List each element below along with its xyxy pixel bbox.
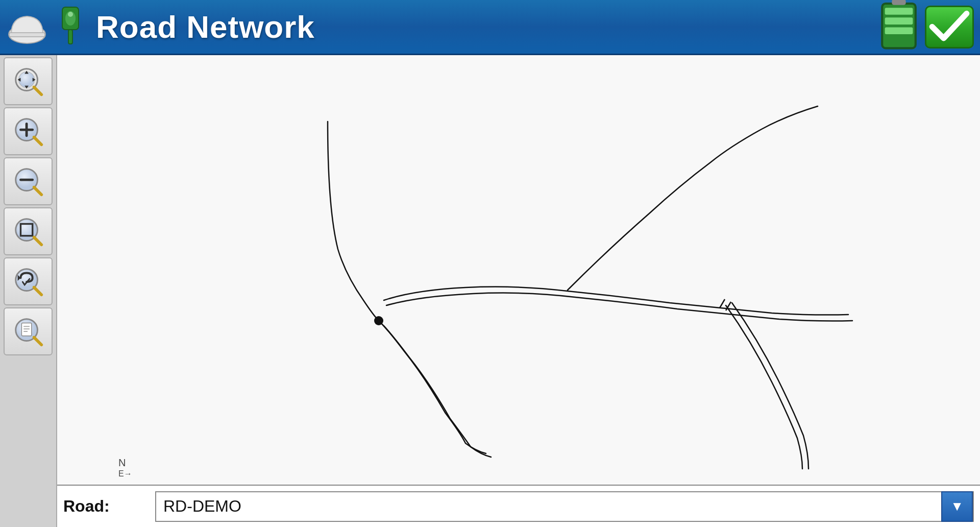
- svg-point-43: [374, 316, 383, 325]
- tool-icon: [52, 6, 89, 48]
- app-header: Road Network: [0, 0, 980, 55]
- svg-rect-8: [885, 8, 913, 15]
- svg-rect-10: [885, 28, 913, 35]
- svg-line-17: [35, 88, 42, 95]
- svg-point-35: [33, 286, 36, 289]
- map-canvas-area[interactable]: N E→: [57, 55, 980, 485]
- hardhat-icon: [6, 6, 48, 48]
- svg-text:E→: E→: [118, 469, 132, 478]
- svg-line-30: [35, 238, 42, 245]
- road-value-display: RD-DEMO: [156, 497, 941, 516]
- svg-point-42: [33, 336, 36, 339]
- svg-point-5: [68, 12, 73, 17]
- svg-text:N: N: [118, 457, 126, 468]
- info-button[interactable]: [4, 307, 53, 355]
- main-area: N E→ Road: RD-DEMO ▼: [0, 55, 980, 527]
- svg-point-27: [33, 186, 36, 189]
- svg-rect-3: [68, 30, 72, 44]
- svg-point-12: [19, 72, 35, 88]
- svg-line-22: [35, 138, 42, 145]
- zoom-in-button[interactable]: [4, 107, 53, 155]
- pan-tool-button[interactable]: [4, 57, 53, 105]
- svg-rect-9: [885, 18, 913, 25]
- svg-point-18: [33, 86, 36, 89]
- zoom-out-button[interactable]: [4, 157, 53, 205]
- svg-line-44: [720, 299, 725, 308]
- undo-button[interactable]: [4, 257, 53, 305]
- zoom-extent-button[interactable]: [4, 207, 53, 255]
- road-dropdown-button[interactable]: ▼: [941, 491, 973, 522]
- svg-rect-7: [892, 0, 905, 5]
- bottom-bar: Road: RD-DEMO ▼: [57, 485, 980, 527]
- svg-point-23: [33, 136, 36, 139]
- dropdown-arrow-icon: ▼: [950, 498, 964, 514]
- svg-line-41: [35, 338, 42, 345]
- svg-line-26: [35, 188, 42, 195]
- battery-icon: [878, 6, 920, 48]
- left-toolbar: [0, 55, 57, 527]
- svg-rect-1: [9, 33, 45, 37]
- svg-point-31: [33, 236, 36, 239]
- confirm-button[interactable]: [925, 6, 974, 49]
- svg-line-34: [35, 288, 42, 295]
- road-field-label: Road:: [63, 497, 155, 516]
- app-title: Road Network: [96, 9, 878, 45]
